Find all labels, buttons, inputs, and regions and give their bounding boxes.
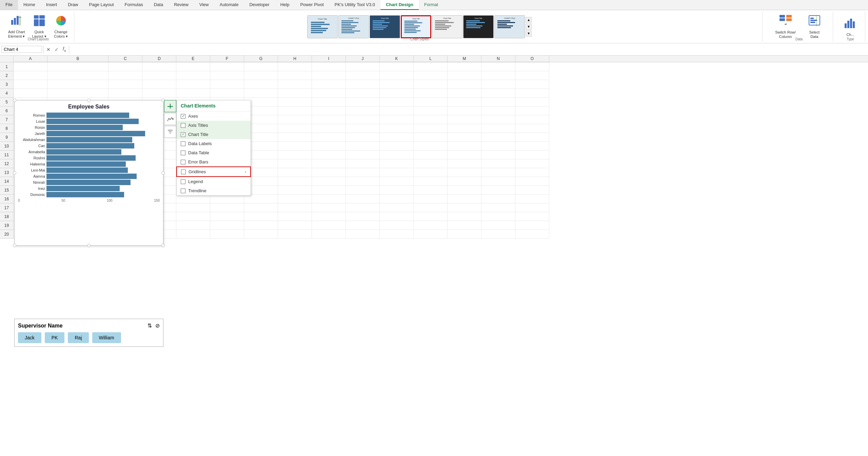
col-header-n[interactable]: N [481, 56, 515, 62]
switch-row-column-button[interactable]: ⇄ Switch Row/Column [772, 13, 799, 40]
cell-16-I[interactable] [312, 195, 346, 203]
cell-2-O[interactable] [515, 71, 549, 80]
cell-3-C[interactable] [108, 80, 142, 89]
cell-3-M[interactable] [448, 80, 481, 89]
name-box[interactable] [1, 46, 42, 53]
col-header-c[interactable]: C [108, 56, 142, 62]
cell-5-I[interactable] [312, 98, 346, 106]
cell-3-F[interactable] [210, 80, 244, 89]
cell-15-K[interactable] [380, 186, 414, 195]
cell-15-N[interactable] [481, 186, 515, 195]
cell-20-H[interactable] [278, 230, 312, 239]
cell-11-L[interactable] [414, 151, 448, 159]
cell-18-H[interactable] [278, 212, 312, 221]
tab-developer[interactable]: Developer [244, 0, 275, 10]
cell-12-L[interactable] [414, 159, 448, 168]
cell-16-J[interactable] [346, 195, 380, 203]
cell-15-I[interactable] [312, 186, 346, 195]
chart-element-trendline[interactable]: Trendline [177, 186, 251, 195]
cell-11-O[interactable] [515, 151, 549, 159]
chart-style-4[interactable]: Chart Title [401, 15, 431, 38]
cell-2-B[interactable] [47, 71, 108, 80]
chart-style-7[interactable]: CHART TITLE [494, 15, 525, 38]
cell-18-L[interactable] [414, 212, 448, 221]
cell-12-N[interactable] [481, 159, 515, 168]
cell-8-H[interactable] [278, 124, 312, 133]
cell-20-L[interactable] [414, 230, 448, 239]
cell-15-M[interactable] [448, 186, 481, 195]
cell-18-E[interactable] [176, 212, 210, 221]
cell-14-H[interactable] [278, 177, 312, 186]
row-11[interactable]: 11 [0, 151, 14, 159]
cell-3-B[interactable] [47, 80, 108, 89]
cell-9-H[interactable] [278, 133, 312, 142]
cell-10-L[interactable] [414, 142, 448, 151]
cell-1-E[interactable] [176, 62, 210, 71]
row-7[interactable]: 7 [0, 115, 14, 124]
row-9[interactable]: 9 [0, 133, 14, 142]
cell-6-N[interactable] [481, 106, 515, 115]
cell-3-A[interactable] [14, 80, 47, 89]
cell-1-M[interactable] [448, 62, 481, 71]
chart-element-legend[interactable]: Legend [177, 177, 251, 186]
row-2[interactable]: 2 [0, 71, 14, 80]
chart-element-axis-titles[interactable]: Axis Titles [177, 121, 251, 130]
resize-handle-bl[interactable] [13, 244, 16, 247]
cell-18-M[interactable] [448, 212, 481, 221]
tab-chart-design[interactable]: Chart Design [380, 0, 419, 10]
cell-12-I[interactable] [312, 159, 346, 168]
error-bars-checkbox[interactable] [181, 160, 185, 164]
tab-review[interactable]: Review [169, 0, 194, 10]
chart-container[interactable]: Employee Sales RomeoLouieRoisinJarethAbd… [14, 100, 163, 246]
cell-14-L[interactable] [414, 177, 448, 186]
tab-home[interactable]: Home [18, 0, 41, 10]
cell-8-O[interactable] [515, 124, 549, 133]
cell-16-L[interactable] [414, 195, 448, 203]
filter-william[interactable]: William [92, 332, 121, 343]
cell-14-I[interactable] [312, 177, 346, 186]
cell-13-K[interactable] [380, 168, 414, 177]
cell-2-E[interactable] [176, 71, 210, 80]
tab-formulas[interactable]: Formulas [119, 0, 149, 10]
cell-3-J[interactable] [346, 80, 380, 89]
col-header-d[interactable]: D [142, 56, 176, 62]
row-19[interactable]: 19 [0, 221, 14, 230]
cell-1-H[interactable] [278, 62, 312, 71]
cell-7-I[interactable] [312, 115, 346, 124]
cell-2-J[interactable] [346, 71, 380, 80]
cell-4-M[interactable] [448, 89, 481, 98]
cell-12-J[interactable] [346, 159, 380, 168]
cell-2-M[interactable] [448, 71, 481, 80]
cell-20-O[interactable] [515, 230, 549, 239]
cell-4-O[interactable] [515, 89, 549, 98]
tab-help[interactable]: Help [275, 0, 295, 10]
cell-19-K[interactable] [380, 221, 414, 230]
cell-18-O[interactable] [515, 212, 549, 221]
cell-3-L[interactable] [414, 80, 448, 89]
cell-15-H[interactable] [278, 186, 312, 195]
cell-17-G[interactable] [244, 203, 278, 212]
function-icon[interactable]: fx [61, 45, 67, 53]
cell-20-I[interactable] [312, 230, 346, 239]
trendline-checkbox[interactable] [181, 189, 185, 193]
cell-13-M[interactable] [448, 168, 481, 177]
cell-16-K[interactable] [380, 195, 414, 203]
cell-14-K[interactable] [380, 177, 414, 186]
cell-4-J[interactable] [346, 89, 380, 98]
cell-7-H[interactable] [278, 115, 312, 124]
cell-9-L[interactable] [414, 133, 448, 142]
cell-19-I[interactable] [312, 221, 346, 230]
cell-8-J[interactable] [346, 124, 380, 133]
cell-8-I[interactable] [312, 124, 346, 133]
row-17[interactable]: 17 [0, 203, 14, 212]
cell-16-E[interactable] [176, 195, 210, 203]
col-header-k[interactable]: K [380, 56, 414, 62]
gridlines-checkbox[interactable] [181, 170, 186, 174]
cell-1-A[interactable] [14, 62, 47, 71]
cell-18-J[interactable] [346, 212, 380, 221]
row-13[interactable]: 13 [0, 168, 14, 177]
cell-20-K[interactable] [380, 230, 414, 239]
tab-insert[interactable]: Insert [41, 0, 63, 10]
styles-scroll-more[interactable]: ▼ [526, 31, 532, 37]
cell-20-G[interactable] [244, 230, 278, 239]
